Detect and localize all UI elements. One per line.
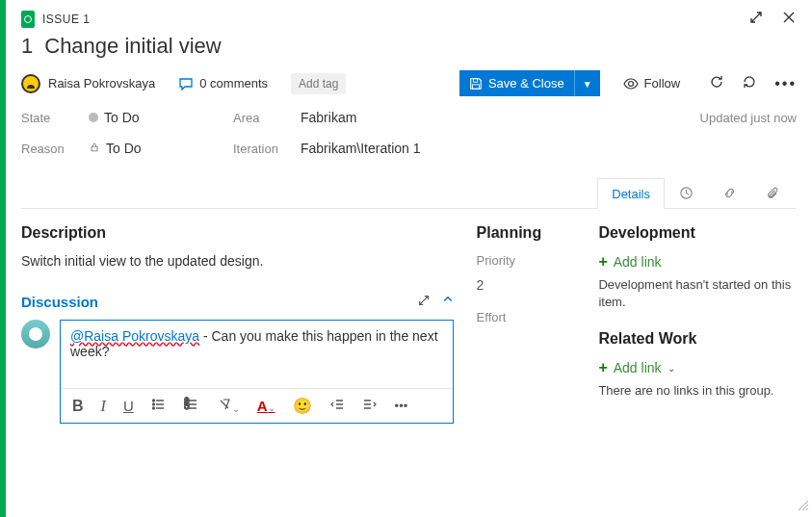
svg-point-5 xyxy=(152,400,154,401)
discussion-heading: Discussion xyxy=(21,294,98,310)
iteration-value[interactable]: Fabrikam\Iteration 1 xyxy=(301,141,700,156)
numbered-list-button[interactable]: 123 xyxy=(184,397,199,415)
development-text: Development hasn't started on this item. xyxy=(598,276,797,311)
iteration-label: Iteration xyxy=(233,142,301,156)
issue-type-icon xyxy=(21,11,35,28)
outdent-button[interactable] xyxy=(329,397,345,415)
area-value[interactable]: Fabrikam xyxy=(301,110,700,125)
description-text[interactable]: Switch initial view to the updated desig… xyxy=(21,253,454,269)
development-heading: Development xyxy=(598,224,797,242)
save-close-dropdown[interactable]: ▼ xyxy=(574,70,600,96)
tab-links[interactable] xyxy=(708,177,751,208)
lock-icon xyxy=(89,141,100,156)
plus-icon: + xyxy=(598,253,607,271)
effort-label: Effort xyxy=(477,310,576,324)
related-addlink[interactable]: +Add link ⌄ xyxy=(598,359,797,376)
assignee-name: Raisa Pokrovskaya xyxy=(48,76,155,90)
fullscreen-icon[interactable] xyxy=(748,10,764,28)
plus-icon: + xyxy=(598,359,607,376)
comment-avatar-icon xyxy=(21,320,50,349)
svg-point-7 xyxy=(152,407,154,409)
issue-label: ISSUE 1 xyxy=(42,13,91,26)
resize-grip-icon[interactable] xyxy=(797,499,810,515)
italic-button[interactable]: I xyxy=(101,398,106,415)
updated-text: Updated just now xyxy=(700,111,797,125)
save-close-button[interactable]: Save & Close xyxy=(459,70,574,96)
svg-text:3: 3 xyxy=(184,401,190,411)
refresh-icon[interactable] xyxy=(709,74,724,92)
discussion-collapse-icon[interactable] xyxy=(442,294,454,310)
comments-label: 0 comments xyxy=(199,76,268,90)
bullet-list-button[interactable] xyxy=(151,397,167,415)
follow-label: Follow xyxy=(644,76,681,90)
emoji-button[interactable]: 🙂 xyxy=(293,397,312,415)
tab-attachments[interactable] xyxy=(751,177,795,208)
font-color-button[interactable]: A⌄ xyxy=(257,398,275,414)
state-value[interactable]: To Do xyxy=(89,110,233,125)
description-heading: Description xyxy=(21,224,454,242)
development-addlink[interactable]: +Add link xyxy=(598,253,797,271)
comment-body[interactable]: @Raisa Pokrovskaya - Can you make this h… xyxy=(61,321,453,388)
add-tag-button[interactable]: Add tag xyxy=(291,73,346,94)
area-label: Area xyxy=(233,111,301,125)
svg-rect-3 xyxy=(92,146,97,151)
bold-button[interactable]: B xyxy=(72,398,84,415)
save-close-label: Save & Close xyxy=(488,76,564,90)
tab-history[interactable] xyxy=(665,177,708,208)
svg-point-6 xyxy=(152,403,154,405)
underline-button[interactable]: U xyxy=(123,398,134,414)
indent-button[interactable] xyxy=(362,397,378,415)
avatar-icon xyxy=(21,74,40,93)
clear-format-button[interactable]: ⌄ xyxy=(217,397,240,415)
work-item-id: 1 xyxy=(21,34,33,59)
related-text: There are no links in this group. xyxy=(598,382,797,400)
state-dot-icon xyxy=(89,113,98,122)
undo-icon[interactable] xyxy=(742,74,757,92)
svg-point-2 xyxy=(628,81,633,86)
more-actions-icon[interactable]: ••• xyxy=(774,75,797,92)
reason-value[interactable]: To Do xyxy=(89,141,233,156)
follow-button[interactable]: Follow xyxy=(623,76,681,91)
assignee[interactable]: Raisa Pokrovskaya xyxy=(21,74,155,93)
reason-label: Reason xyxy=(21,142,89,156)
planning-heading: Planning xyxy=(477,224,576,242)
mention[interactable]: @Raisa Pokrovskaya xyxy=(70,328,199,344)
tab-details[interactable]: Details xyxy=(597,178,665,209)
comment-editor[interactable]: @Raisa Pokrovskaya - Can you make this h… xyxy=(60,320,454,424)
close-icon[interactable] xyxy=(781,10,797,28)
work-item-title[interactable]: Change initial view xyxy=(44,34,221,59)
state-label: State xyxy=(21,111,89,125)
save-close-split-button: Save & Close ▼ xyxy=(459,70,600,96)
tabs: Details xyxy=(21,177,797,209)
related-heading: Related Work xyxy=(598,330,797,348)
editor-toolbar: B I U 123 ⌄ A⌄ 🙂 ••• xyxy=(61,388,453,423)
svg-rect-1 xyxy=(472,84,479,88)
comments-button[interactable]: 0 comments xyxy=(178,76,268,91)
discussion-expand-icon[interactable] xyxy=(417,294,431,310)
priority-value[interactable]: 2 xyxy=(477,277,576,293)
priority-label: Priority xyxy=(477,253,576,268)
toolbar-more-button[interactable]: ••• xyxy=(395,399,408,413)
